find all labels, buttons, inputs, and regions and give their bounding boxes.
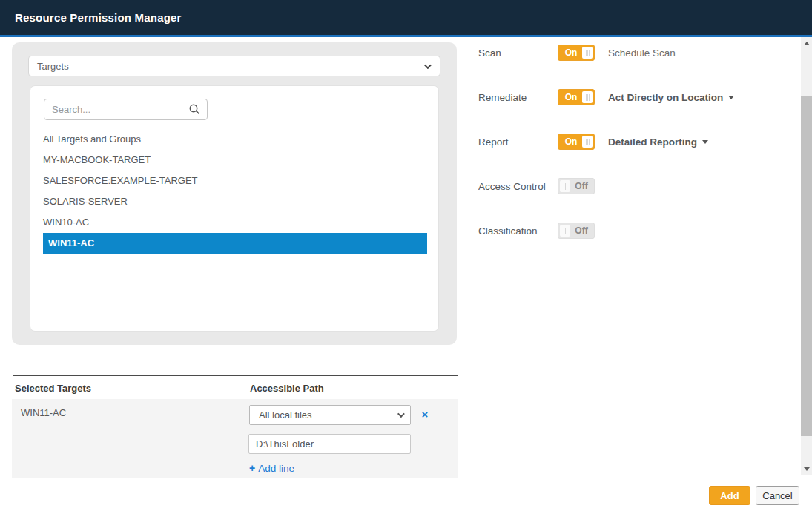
search-input[interactable] (44, 99, 208, 120)
targets-panel: Targets All Targets and Groups MY-MACBOO… (12, 42, 457, 345)
column-header-selected-targets: Selected Targets (15, 383, 91, 394)
toggle-grip-icon (560, 180, 570, 192)
report-toggle[interactable]: On (558, 134, 595, 150)
toggle-grip-icon (582, 136, 593, 148)
schedule-scan-link[interactable]: Schedule Scan (608, 47, 676, 59)
target-item-all-targets[interactable]: All Targets and Groups (43, 129, 427, 150)
path-type-select[interactable]: All local files (249, 405, 411, 425)
cancel-button[interactable]: Cancel (756, 486, 799, 505)
toggle-grip-icon (582, 47, 593, 59)
chevron-down-icon (397, 410, 405, 418)
caret-down-icon (728, 96, 734, 99)
classification-label: Classification (478, 225, 558, 237)
access-control-label: Access Control (478, 181, 558, 192)
permission-row-classification: Classification Off (478, 223, 595, 239)
caret-down-icon (702, 140, 708, 144)
selected-target-name: WIN11-AC (21, 407, 66, 418)
toggle-grip-icon (582, 91, 593, 103)
search-icon[interactable] (188, 103, 201, 116)
path-value-input[interactable] (248, 434, 411, 454)
chevron-down-icon (424, 62, 432, 69)
page-title: Resource Permission Manager (15, 0, 182, 35)
plus-icon: + (249, 462, 255, 474)
target-item-my-macbook[interactable]: MY-MACBOOK-TARGET (43, 150, 427, 171)
target-item-win11-selected[interactable]: WIN11-AC (43, 233, 427, 254)
permissions-panel: Scan On Schedule Scan Remediate On Act D… (478, 37, 797, 260)
classification-toggle[interactable]: Off (558, 223, 595, 239)
scroll-up-icon[interactable] (801, 37, 812, 49)
permission-row-report: Report On Detailed Reporting (478, 134, 708, 150)
report-label: Report (478, 136, 558, 148)
column-header-accessible-path: Accessible Path (250, 383, 324, 394)
scroll-down-icon[interactable] (801, 463, 812, 475)
toggle-grip-icon (560, 225, 570, 237)
target-list: All Targets and Groups MY-MACBOOK-TARGET… (43, 129, 427, 254)
add-button[interactable]: Add (709, 486, 750, 505)
path-type-select-value: All local files (259, 409, 312, 421)
permission-row-remediate: Remediate On Act Directly on Location (478, 89, 734, 105)
target-item-salesforce[interactable]: SALESFORCE:EXAMPLE-TARGET (43, 171, 427, 191)
scrollbar-thumb[interactable] (801, 96, 812, 436)
scan-label: Scan (478, 47, 558, 59)
access-control-toggle[interactable]: Off (558, 178, 595, 194)
permission-row-scan: Scan On Schedule Scan (478, 45, 676, 61)
remediate-mode-dropdown[interactable]: Act Directly on Location (608, 92, 734, 103)
add-line-label: Add line (258, 463, 294, 474)
vertical-scrollbar[interactable] (801, 37, 812, 475)
target-item-solaris[interactable]: SOLARIS-SERVER (43, 191, 427, 212)
remove-row-icon[interactable]: × (418, 405, 432, 425)
table-top-divider (13, 375, 458, 376)
search-box (44, 99, 208, 120)
report-mode-dropdown[interactable]: Detailed Reporting (608, 136, 708, 148)
selected-target-row: WIN11-AC All local files × +Add line (12, 399, 458, 478)
remediate-label: Remediate (478, 92, 558, 103)
remediate-toggle[interactable]: On (558, 89, 595, 105)
permission-row-access-control: Access Control Off (478, 178, 595, 194)
add-line-link[interactable]: +Add line (249, 462, 294, 474)
title-bar: Resource Permission Manager (0, 0, 812, 35)
target-group-select[interactable]: Targets (28, 56, 440, 76)
target-group-select-value: Targets (37, 61, 69, 72)
target-item-win10[interactable]: WIN10-AC (43, 212, 427, 233)
targets-list-box: All Targets and Groups MY-MACBOOK-TARGET… (30, 85, 439, 332)
scan-toggle[interactable]: On (558, 45, 595, 61)
